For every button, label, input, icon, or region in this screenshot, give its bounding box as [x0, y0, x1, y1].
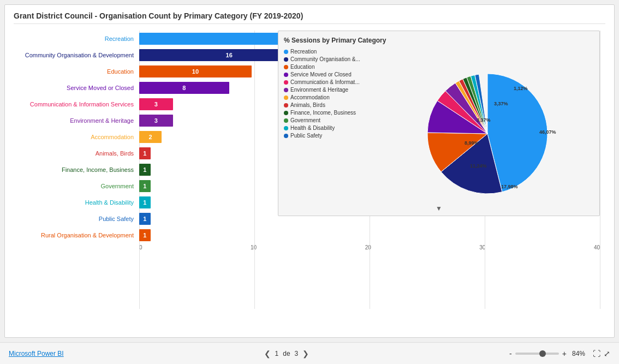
legend-dot [284, 103, 288, 108]
bar-label: Government [14, 183, 139, 189]
x-axis-label: 40 [594, 244, 600, 250]
legend-item: Health & Disability [284, 125, 377, 131]
pie-label: 3,37% [477, 117, 491, 123]
pie-label: 17,98% [501, 184, 518, 189]
pagination: ❮ 1 de 3 ❯ [264, 349, 310, 358]
pie-legend: RecreationCommunity Organisation &...Edu… [284, 49, 377, 210]
powerbi-link[interactable]: Microsoft Power BI [9, 350, 64, 357]
legend-dot [284, 50, 288, 54]
bar-label: Community Organisation & Development [14, 52, 139, 58]
x-axis-label: 0 [139, 244, 142, 250]
bar-fill[interactable]: 1 [139, 213, 151, 225]
bar-fill[interactable]: 8 [139, 82, 229, 94]
legend-item: Education [284, 64, 377, 70]
pagination-prev[interactable]: ❮ [264, 349, 271, 358]
legend-label: Community Organisation &... [290, 56, 360, 62]
legend-label: Accommodation [290, 94, 330, 100]
chart-content: Recreation41Community Organisation & Dev… [14, 31, 605, 333]
legend-dot [284, 96, 288, 100]
pagination-next[interactable]: ❯ [302, 349, 309, 358]
bar-label: Environment & Heritage [14, 117, 139, 124]
legend-item: Service Moved or Closed [284, 71, 377, 77]
legend-item: Government [284, 117, 377, 123]
legend-label: Recreation [290, 49, 317, 55]
legend-label: Finance, Income, Business [290, 110, 356, 116]
legend-label: Health & Disability [290, 125, 335, 131]
x-axis: 010203040 [139, 243, 600, 250]
bar-label: Service Moved or Closed [14, 85, 139, 91]
legend-item: Recreation [284, 49, 377, 55]
bar-fill[interactable]: 2 [139, 131, 162, 143]
bar-fill[interactable]: 1 [139, 164, 151, 176]
bar-label: Recreation [14, 35, 139, 42]
bar-label: Finance, Income, Business [14, 166, 139, 173]
bar-label: Communication & Information Services [14, 101, 139, 108]
legend-label: Environment & Heritage [290, 87, 348, 93]
bar-label: Animals, Birds [14, 150, 139, 157]
legend-dot [284, 88, 288, 92]
fullscreen-icon[interactable]: ⛶ [593, 349, 600, 358]
legend-label: Government [290, 117, 320, 123]
pie-label: 3,37% [494, 101, 508, 106]
bar-label: Health & Disability [14, 199, 139, 206]
legend-label: Communication & Informat... [290, 79, 360, 85]
legend-item: Environment & Heritage [284, 87, 377, 93]
bar-fill[interactable]: 1 [139, 180, 151, 192]
bar-label: Rural Organisation & Development [14, 232, 139, 238]
pagination-current: 1 [275, 350, 279, 357]
zoom-slider-thumb [539, 350, 546, 357]
legend-label: Animals, Birds [290, 102, 325, 108]
legend-item: Community Organisation &... [284, 56, 377, 62]
bar-row: Rural Organisation & Development1 [14, 227, 600, 243]
pie-label: 1,12% [514, 86, 528, 91]
legend-item: Accommodation [284, 94, 377, 100]
legend-dot [284, 126, 288, 130]
bar-fill[interactable]: 3 [139, 115, 173, 127]
pagination-total: 3 [295, 350, 299, 357]
bar-fill[interactable]: 1 [139, 229, 151, 241]
legend-item: Animals, Birds [284, 102, 377, 108]
bar-fill[interactable]: 1 [139, 196, 151, 208]
pie-content: RecreationCommunity Organisation &...Edu… [284, 49, 594, 210]
zoom-percent: 84% [572, 350, 585, 357]
zoom-minus[interactable]: - [509, 349, 512, 358]
bar-label: Education [14, 68, 139, 75]
bar-label: Accommodation [14, 134, 139, 140]
legend-item: Finance, Income, Business [284, 110, 377, 116]
pie-label: 46,07% [539, 129, 556, 135]
zoom-controls: - + 84% ⛶ ⤢ [509, 349, 610, 358]
bar-label: Public Safety [14, 216, 139, 222]
legend-dot [284, 118, 288, 123]
zoom-slider[interactable] [515, 353, 559, 355]
legend-dot [284, 73, 288, 77]
x-axis-label: 10 [251, 244, 257, 250]
expand-icon[interactable]: ⤢ [604, 349, 610, 358]
pie-label: 8,99% [465, 140, 479, 146]
legend-label: Education [290, 64, 314, 70]
pie-svg-container: 46,07%17,98%11,24%8,99%3,37%3,37%1,12% [381, 49, 594, 210]
bar-fill[interactable]: 10 [139, 65, 252, 77]
bar-wrapper: 1 [139, 229, 600, 241]
legend-dot [284, 57, 288, 62]
legend-dot [284, 65, 288, 69]
legend-dot [284, 80, 288, 85]
x-axis-label: 20 [365, 244, 371, 250]
legend-dot [284, 134, 288, 138]
pie-overlay: % Sessions by Primary Category Recreatio… [278, 31, 600, 216]
legend-label: Public Safety [290, 133, 322, 139]
x-axis-label: 30 [479, 244, 485, 250]
legend-label: Service Moved or Closed [290, 71, 352, 77]
main-container: Grant District Council - Organisation Co… [0, 0, 619, 342]
chart-card: Grant District Council - Organisation Co… [4, 4, 615, 338]
legend-item: Public Safety [284, 133, 377, 139]
bar-fill[interactable]: 1 [139, 147, 151, 159]
pie-dropdown-arrow[interactable]: ▼ [436, 205, 442, 212]
legend-dot [284, 111, 288, 115]
chart-title: Grant District Council - Organisation Co… [14, 11, 605, 24]
pagination-separator: de [283, 350, 290, 357]
pie-label: 11,24% [470, 163, 487, 169]
bottom-bar: Microsoft Power BI ❮ 1 de 3 ❯ - + 84% ⛶ … [0, 342, 619, 364]
bar-fill[interactable]: 3 [139, 98, 173, 110]
zoom-plus[interactable]: + [562, 349, 567, 358]
pie-title: % Sessions by Primary Category [284, 37, 594, 44]
